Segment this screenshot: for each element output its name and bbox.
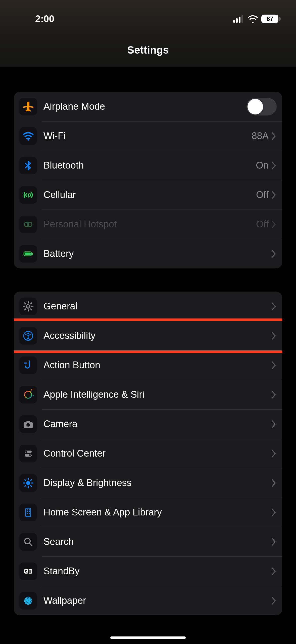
row-label: Cellular	[43, 189, 256, 200]
wifi-icon	[19, 127, 37, 145]
row-label: Control Center	[43, 448, 271, 459]
row-label: Wallpaper	[43, 595, 271, 606]
bluetooth-icon	[19, 157, 37, 174]
row-bluetooth[interactable]: Bluetooth On	[14, 151, 282, 180]
row-label: Accessibility	[43, 330, 271, 341]
chevron-right-icon	[271, 567, 277, 576]
row-wallpaper[interactable]: Wallpaper	[14, 586, 282, 615]
svg-line-19	[25, 309, 26, 310]
svg-point-28	[29, 454, 31, 456]
cellular-signal-icon	[233, 15, 244, 23]
chevron-right-icon	[271, 361, 277, 370]
chevron-right-icon	[271, 420, 277, 429]
svg-point-7	[27, 222, 32, 227]
svg-line-46	[30, 543, 32, 546]
chevron-right-icon	[271, 478, 277, 488]
row-wifi[interactable]: Wi-Fi 88A	[14, 121, 282, 151]
svg-point-27	[25, 451, 27, 453]
settings-group-device: General Accessibility	[14, 292, 282, 615]
row-accessibility[interactable]: Accessibility	[14, 321, 282, 350]
control-center-icon	[19, 445, 37, 462]
row-action-button[interactable]: Action Button	[14, 350, 282, 380]
accessibility-icon	[19, 327, 37, 345]
wifi-status-icon	[248, 15, 258, 23]
row-label: Bluetooth	[43, 160, 256, 171]
gear-icon	[19, 298, 37, 315]
svg-line-34	[25, 480, 26, 480]
chevron-right-icon	[271, 331, 277, 340]
svg-rect-44	[29, 513, 30, 514]
row-airplane-mode[interactable]: Airplane Mode	[14, 92, 282, 121]
siri-icon	[19, 386, 37, 404]
row-value: On	[256, 160, 269, 171]
chevron-right-icon	[271, 537, 277, 546]
svg-line-37	[25, 486, 26, 486]
wallpaper-icon	[19, 592, 37, 610]
row-personal-hotspot: Personal Hotspot Off	[14, 210, 282, 239]
settings-group-connectivity: Airplane Mode Wi-Fi 88A	[14, 92, 282, 268]
search-icon	[19, 533, 37, 551]
row-label: Personal Hotspot	[43, 219, 256, 230]
row-label: Display & Brightness	[43, 477, 271, 488]
home-indicator[interactable]	[110, 636, 186, 639]
svg-rect-52	[29, 572, 31, 573]
row-display-brightness[interactable]: Display & Brightness	[14, 468, 282, 498]
row-cellular[interactable]: Cellular Off	[14, 180, 282, 210]
row-label: Airplane Mode	[43, 101, 246, 112]
status-bar: 2:00	[0, 0, 296, 28]
row-general[interactable]: General	[14, 292, 282, 321]
airplane-icon	[19, 98, 37, 115]
svg-point-29	[26, 481, 30, 485]
svg-rect-50	[29, 570, 31, 571]
row-label: Apple Intelligence & Siri	[43, 389, 271, 400]
chevron-right-icon	[271, 161, 277, 170]
home-screen-icon	[19, 504, 37, 521]
chevron-right-icon	[271, 220, 277, 229]
svg-rect-51	[29, 571, 31, 572]
row-label: Search	[43, 536, 271, 547]
svg-point-11	[26, 305, 30, 308]
row-home-screen[interactable]: Home Screen & App Library	[14, 498, 282, 527]
svg-point-21	[27, 333, 29, 334]
hotspot-icon	[19, 216, 37, 233]
chevron-right-icon	[271, 302, 277, 311]
row-label: Wi-Fi	[43, 131, 252, 141]
battery-icon	[19, 245, 37, 263]
row-value: Off	[256, 189, 269, 200]
chevron-right-icon	[271, 508, 277, 517]
svg-line-35	[31, 486, 31, 486]
svg-rect-3	[241, 15, 243, 23]
chevron-right-icon	[271, 390, 277, 399]
svg-line-36	[31, 480, 31, 480]
row-standby[interactable]: StandBy	[14, 556, 282, 586]
svg-rect-43	[27, 513, 28, 514]
airplane-toggle[interactable]	[246, 98, 277, 115]
standby-icon	[19, 562, 37, 580]
cellular-icon	[19, 186, 37, 204]
chevron-right-icon	[271, 132, 277, 141]
svg-rect-2	[239, 17, 240, 23]
row-value: 88A	[252, 131, 269, 141]
row-label: Action Button	[43, 360, 271, 371]
svg-line-18	[31, 303, 32, 304]
header: 2:00	[0, 0, 296, 67]
svg-rect-9	[25, 253, 31, 255]
camera-icon	[19, 415, 37, 433]
row-control-center[interactable]: Control Center	[14, 439, 282, 468]
svg-line-16	[25, 303, 26, 304]
row-label: StandBy	[43, 566, 271, 577]
row-apple-intelligence-siri[interactable]: Apple Intelligence & Siri	[14, 380, 282, 409]
svg-rect-42	[29, 511, 30, 512]
row-camera[interactable]: Camera	[14, 409, 282, 439]
svg-rect-1	[236, 18, 238, 23]
status-indicators: 87	[233, 15, 281, 23]
row-battery[interactable]: Battery	[14, 239, 282, 268]
svg-rect-0	[233, 20, 235, 23]
svg-rect-39	[27, 509, 28, 510]
chevron-right-icon	[271, 449, 277, 458]
row-label: Battery	[43, 248, 271, 259]
row-search[interactable]: Search	[14, 527, 282, 556]
row-label: General	[43, 301, 271, 312]
chevron-right-icon	[271, 596, 277, 605]
svg-point-24	[26, 423, 30, 427]
